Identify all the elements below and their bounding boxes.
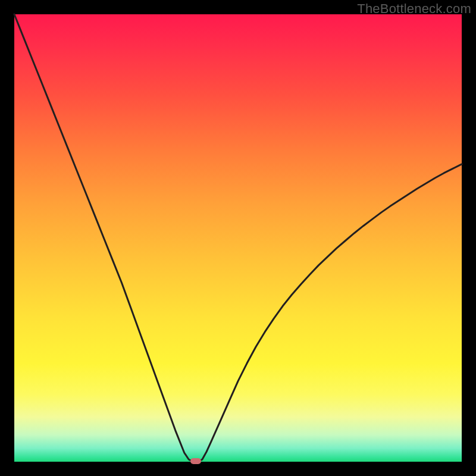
chart-frame: TheBottleneck.com bbox=[0, 0, 476, 476]
chart-curve-svg bbox=[14, 14, 462, 462]
watermark-text: TheBottleneck.com bbox=[357, 1, 471, 17]
minimum-marker bbox=[190, 458, 201, 464]
chart-plot-area bbox=[14, 14, 462, 462]
bottleneck-curve bbox=[14, 14, 462, 462]
